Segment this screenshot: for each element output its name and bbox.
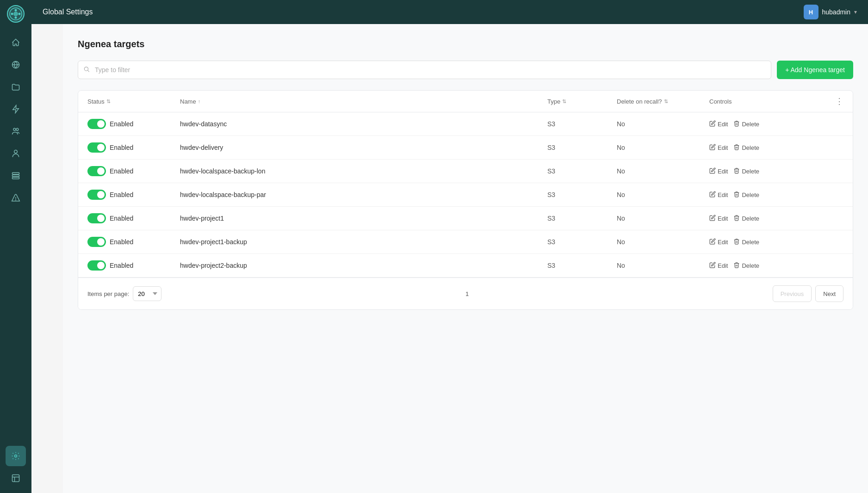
topbar-user[interactable]: H hubadmin ▾ xyxy=(804,5,857,19)
table-row: Enabled hwdev-project2-backup S3 No Edit… xyxy=(78,254,853,277)
toggle-status-6[interactable] xyxy=(87,260,106,271)
delete-button-6[interactable]: Delete xyxy=(733,262,759,270)
col-header-delete-on-recall[interactable]: Delete on recall? ⇅ xyxy=(617,96,709,106)
cell-type-1: S3 xyxy=(547,144,617,151)
toggle-status-3[interactable] xyxy=(87,190,106,200)
delete-button-5[interactable]: Delete xyxy=(733,238,759,246)
page-navigation: Previous Next xyxy=(773,285,843,302)
table-more-options[interactable]: ⋮ xyxy=(825,96,843,106)
delete-icon xyxy=(733,167,740,175)
delete-button-2[interactable]: Delete xyxy=(733,167,759,175)
col-header-status[interactable]: Status ⇅ xyxy=(87,96,180,106)
cell-controls-4: Edit Delete xyxy=(709,215,825,222)
user-name: hubadmin xyxy=(822,8,851,16)
cell-status-1: Enabled xyxy=(87,142,180,153)
sidebar-item-settings[interactable] xyxy=(6,446,26,466)
targets-table: Status ⇅ Name ↑ Type ⇅ Delete on recall?… xyxy=(78,90,853,310)
edit-icon xyxy=(709,167,716,175)
sidebar-item-home[interactable] xyxy=(6,32,26,53)
svg-point-14 xyxy=(16,200,16,200)
table-row: Enabled hwdev-project1-backup S3 No Edit… xyxy=(78,230,853,254)
toggle-status-0[interactable] xyxy=(87,119,106,129)
cell-delete-1: No xyxy=(617,144,709,151)
cell-name-2: hwdev-localspace-backup-lon xyxy=(180,167,547,175)
edit-button-1[interactable]: Edit xyxy=(709,144,728,152)
delete-button-3[interactable]: Delete xyxy=(733,191,759,199)
svg-rect-12 xyxy=(12,177,19,179)
toggle-status-4[interactable] xyxy=(87,213,106,223)
sort-icon-status: ⇅ xyxy=(106,99,111,105)
col-header-name[interactable]: Name ↑ xyxy=(180,96,547,106)
current-page-number: 1 xyxy=(465,290,469,297)
svg-point-3 xyxy=(15,17,17,19)
cell-controls-0: Edit Delete xyxy=(709,120,825,128)
cell-name-0: hwdev-datasync xyxy=(180,120,547,128)
delete-icon xyxy=(733,120,740,128)
col-header-type[interactable]: Type ⇅ xyxy=(547,96,617,106)
sidebar-item-alert[interactable] xyxy=(6,188,26,208)
svg-point-19 xyxy=(84,67,88,71)
svg-point-1 xyxy=(13,12,18,16)
svg-point-9 xyxy=(14,150,18,154)
sidebar-item-person[interactable] xyxy=(6,143,26,164)
delete-button-0[interactable]: Delete xyxy=(733,120,759,128)
cell-controls-5: Edit Delete xyxy=(709,238,825,246)
sidebar xyxy=(0,0,31,493)
cell-delete-3: No xyxy=(617,191,709,198)
edit-button-4[interactable]: Edit xyxy=(709,215,728,222)
topbar-title: Global Settings xyxy=(43,8,93,16)
toggle-status-1[interactable] xyxy=(87,142,106,153)
edit-button-5[interactable]: Edit xyxy=(709,238,728,246)
sidebar-item-folder[interactable] xyxy=(6,77,26,97)
previous-button[interactable]: Previous xyxy=(773,285,812,302)
table-row: Enabled hwdev-project1 S3 No Edit Delete xyxy=(78,207,853,230)
cell-delete-0: No xyxy=(617,120,709,128)
cell-controls-2: Edit Delete xyxy=(709,167,825,175)
svg-point-8 xyxy=(16,128,19,130)
search-input[interactable] xyxy=(78,61,771,79)
delete-button-4[interactable]: Delete xyxy=(733,215,759,222)
sidebar-logo xyxy=(0,0,31,28)
svg-point-7 xyxy=(13,128,16,130)
sidebar-item-stack[interactable] xyxy=(6,166,26,186)
toggle-status-5[interactable] xyxy=(87,237,106,247)
edit-icon xyxy=(709,238,716,246)
search-box xyxy=(78,61,771,79)
edit-button-3[interactable]: Edit xyxy=(709,191,728,199)
toolbar: + Add Ngenea target xyxy=(78,61,853,79)
topbar: Global Settings H hubadmin ▾ xyxy=(31,0,868,24)
toggle-status-2[interactable] xyxy=(87,166,106,176)
edit-button-6[interactable]: Edit xyxy=(709,262,728,270)
cell-delete-4: No xyxy=(617,215,709,222)
edit-button-0[interactable]: Edit xyxy=(709,120,728,128)
delete-icon xyxy=(733,191,740,199)
cell-status-3: Enabled xyxy=(87,190,180,200)
cell-name-4: hwdev-project1 xyxy=(180,215,547,222)
per-page-select[interactable]: 10 20 50 100 xyxy=(133,286,161,301)
pagination: Items per page: 10 20 50 100 1 Previous … xyxy=(78,277,853,309)
cell-type-0: S3 xyxy=(547,120,617,128)
cell-type-3: S3 xyxy=(547,191,617,198)
sidebar-bottom xyxy=(6,446,26,493)
cell-name-6: hwdev-project2-backup xyxy=(180,262,547,269)
sidebar-item-globe[interactable] xyxy=(6,55,26,75)
svg-rect-10 xyxy=(12,173,19,174)
sidebar-item-group[interactable] xyxy=(6,121,26,142)
edit-button-2[interactable]: Edit xyxy=(709,167,728,175)
cell-type-4: S3 xyxy=(547,215,617,222)
cell-type-2: S3 xyxy=(547,167,617,175)
cell-delete-2: No xyxy=(617,167,709,175)
cell-status-2: Enabled xyxy=(87,166,180,176)
user-avatar: H xyxy=(804,5,818,19)
cell-delete-6: No xyxy=(617,262,709,269)
table-row: Enabled hwdev-localspace-backup-par S3 N… xyxy=(78,183,853,207)
sidebar-item-lightning[interactable] xyxy=(6,99,26,119)
next-button[interactable]: Next xyxy=(815,285,843,302)
delete-icon xyxy=(733,215,740,222)
cell-type-5: S3 xyxy=(547,238,617,246)
sort-icon-delete-on-recall: ⇅ xyxy=(664,99,668,105)
add-ngenea-target-button[interactable]: + Add Ngenea target xyxy=(777,61,853,79)
cell-name-1: hwdev-delivery xyxy=(180,144,547,151)
sidebar-item-layout[interactable] xyxy=(6,468,26,488)
delete-button-1[interactable]: Delete xyxy=(733,144,759,152)
